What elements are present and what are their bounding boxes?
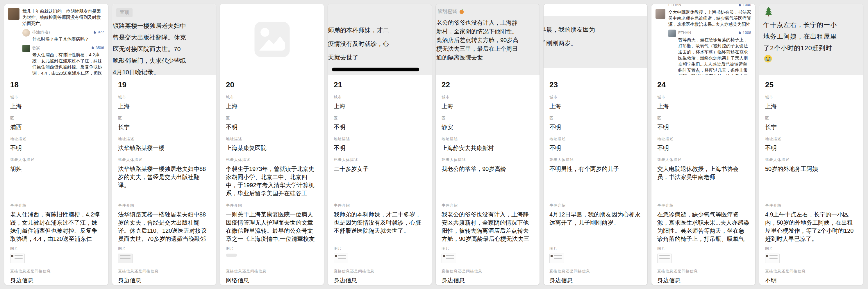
note-text: 早晨，我的朋友因为 子刚刚两岁。: [544, 23, 647, 50]
like-count[interactable]: 1008: [738, 30, 751, 36]
field-label: 事件介绍: [765, 203, 857, 208]
field-value-event: 在急诊病逝，缺少氧气等医疗资源，哀求医生求职未果...夫人亦感染为阳性。吴老师苦…: [657, 210, 749, 243]
field-value-district: 不明: [334, 123, 426, 131]
record-cover[interactable]: [220, 4, 324, 75]
comment-text: 老人住浦西，有陈旧性脑梗，4.2摔跤，女儿被封在浦东过不了江，妹妹们虽住浦西但也…: [32, 52, 104, 75]
field-label: 区: [10, 116, 102, 120]
record-number: 21: [334, 80, 426, 89]
field-label: 地址描述: [549, 137, 642, 141]
field-value-city: 上海: [10, 102, 102, 110]
comment-text: 什么时候？生了其他疾病吗？: [32, 36, 104, 42]
record-cover[interactable]: 置顶 镇路某楼一楼独居老夫妇中 曾是交大出版社翻译。休克 医无对接医院而去世。7…: [112, 4, 216, 75]
field-label: 城市: [334, 95, 426, 100]
field-label: 死者大体描述: [657, 157, 749, 162]
field-value-address: 法华镇路某楼一楼: [118, 144, 210, 152]
field-label: 区: [765, 116, 857, 120]
field-label: 直接信息还是间接信息: [549, 269, 642, 274]
attachment-thumbnail[interactable]: [765, 254, 780, 263]
attachment-thumbnail[interactable]: [118, 254, 132, 263]
field-label: 直接信息还是间接信息: [10, 269, 102, 274]
record-card-18[interactable]: 我几十年前就认识的一位胡姓朋友也是因为封控、核酸检测等原因没有得到及时救治而死亡…: [4, 4, 108, 285]
field-value-deceased: 李昶生于1973年，曾就读于北京史家胡同小学、北京二中、北京四中，于1992年考…: [226, 165, 318, 197]
field-label: 事件介绍: [334, 203, 426, 208]
record-number: 25: [765, 80, 857, 89]
field-value-district: 不明: [657, 123, 749, 131]
field-value-direct: 身边信息: [441, 276, 534, 284]
field-value-deceased: 我老公的爷爷，90岁高龄: [441, 165, 534, 197]
record-number: 23: [549, 80, 642, 89]
field-value-address: 上海静安去共康新村: [441, 144, 534, 152]
note-text: 师弟的本科师妹，才二 疫情没有及时就诊，心 天就去世了: [331, 23, 432, 64]
record-card-21[interactable]: 师弟的本科师妹，才二 疫情没有及时就诊，心 天就去世了 21 城市上海 区不明 …: [328, 4, 432, 285]
attachment-thumbnail[interactable]: [334, 254, 348, 263]
field-value-event: 我老公的爷爷也没有计入，上海静安区共康新村，全家阴的情况下他阳性，被转去隔离酒店…: [441, 210, 534, 243]
field-value-address: 不明: [765, 144, 857, 152]
field-label: 地址描述: [441, 137, 534, 141]
field-value-deceased: 不明男性，有个两岁的儿子: [549, 165, 642, 197]
field-value-event: 4.9上午十点左右，长宁的一小区内，50岁的外地务工阿姨，在出租屋里心梗发作，等…: [765, 210, 857, 243]
like-count[interactable]: 3506: [90, 45, 104, 51]
record-card-24[interactable]: ETHAN 1040 交大电院退休教授，上海书协会员，书法家吴中南老师在急诊病逝…: [651, 4, 755, 285]
redaction-bar: [332, 68, 419, 71]
commenter-name: 柿油(作者): [32, 29, 50, 35]
field-label: 城市: [118, 95, 210, 100]
field-value-city: 上海: [549, 102, 642, 110]
field-value-address: 不明: [10, 144, 102, 152]
field-label: 区: [441, 116, 534, 120]
attachment-thumbnail[interactable]: [10, 254, 25, 263]
username: 鼠甜橙酱: [436, 8, 539, 15]
field-label: 直接信息还是间接信息: [765, 269, 857, 274]
record-number: 19: [118, 80, 210, 89]
field-label: 城市: [765, 95, 857, 100]
record-cover[interactable]: 师弟的本科师妹，才二 疫情没有及时就诊，心 天就去世了: [328, 4, 432, 75]
field-label: 地址描述: [226, 137, 318, 141]
record-card-23[interactable]: 早晨，我的朋友因为 子刚刚两岁。 23 城市上海 区不明 地址描述不明 死者大体…: [543, 4, 648, 285]
field-value-direct: 不明: [765, 276, 857, 284]
attachment-thumbnail[interactable]: [441, 254, 456, 263]
field-label: 图片: [226, 246, 318, 251]
commenter-name: ETHAN: [678, 30, 691, 36]
record-cover[interactable]: 午十点左右，长宁的一小 地务工阿姨，在出租屋里 了2个小时的120赶到时: [759, 4, 863, 75]
record-cover[interactable]: 早晨，我的朋友因为 子刚刚两岁。: [544, 4, 647, 75]
record-card-20[interactable]: 20 城市上海 区不明 地址描述上海某康复医院 死者大体描述李昶生于1973年，…: [220, 4, 324, 285]
like-count[interactable]: 1040: [738, 4, 751, 8]
thumbs-up-icon: [738, 31, 742, 35]
card-gallery: 我几十年前就认识的一位胡姓朋友也是因为封控、核酸检测等原因没有得到及时救治而死亡…: [0, 0, 868, 289]
attachment-thumbnail[interactable]: [657, 254, 672, 263]
field-label: 死者大体描述: [549, 157, 642, 162]
record-cover[interactable]: ETHAN 1040 交大电院退休教授，上海书协会员，书法家吴中南老师在急诊病逝…: [651, 4, 755, 75]
field-value-deceased: 交大电院退休教授，上海书协会员，书法家吴中南老师: [657, 165, 749, 197]
field-label: 区: [334, 116, 426, 120]
like-count[interactable]: 977: [92, 29, 104, 35]
field-label: 事件介绍: [226, 203, 318, 208]
crying-face-emoji: [763, 54, 773, 63]
orange-emoji: [459, 9, 464, 14]
field-label: 事件介绍: [118, 203, 210, 208]
field-label: 城市: [10, 95, 102, 100]
record-cover[interactable]: 我几十年前就认识的一位胡姓朋友也是因为封控、核酸检测等原因没有得到及时救治而死亡…: [4, 4, 108, 75]
comment-text: 我几十年前就认识的一位胡姓朋友也是因为封控、核酸检测等原因没有得到及时救治而死亡…: [22, 8, 104, 26]
field-value-deceased: 法华镇路某楼一楼独居老夫妇中88岁的丈夫，曾经是交大出版社翻译。: [118, 165, 210, 197]
field-label: 图片: [10, 246, 102, 251]
field-label: 图片: [765, 246, 857, 251]
record-cover[interactable]: 鼠甜橙酱 老公的爷爷也没有计入，上海静 新村，全家阴的情况下他阳性。 离酒店后差…: [436, 4, 539, 75]
thumbs-up-icon: [90, 46, 94, 50]
field-label: 区: [549, 116, 642, 120]
attachment-thumbnail[interactable]: [226, 254, 237, 257]
record-number: 22: [441, 80, 534, 89]
field-label: 死者大体描述: [765, 157, 857, 162]
record-card-25[interactable]: 午十点左右，长宁的一小 地务工阿姨，在出租屋里 了2个小时的120赶到时 25 …: [759, 4, 863, 285]
record-card-19[interactable]: 置顶 镇路某楼一楼独居老夫妇中 曾是交大出版社翻译。休克 医无对接医院而去世。7…: [112, 4, 216, 285]
field-value-deceased: 二十多岁女子: [334, 165, 426, 197]
field-label: 图片: [441, 246, 534, 251]
field-value-event: 一则关于上海某康复医院一位病人因疫情管理无人护理而去世的文章在微信群里流转。最早…: [226, 210, 318, 243]
field-label: 区: [657, 116, 749, 120]
avatar: [22, 29, 30, 37]
avatar: [22, 45, 30, 52]
avatar: [655, 9, 665, 19]
record-card-22[interactable]: 鼠甜橙酱 老公的爷爷也没有计入，上海静 新村，全家阴的情况下他阳性。 离酒店后差…: [435, 4, 540, 285]
field-value-event: 老人住浦西，有陈旧性脑梗，4.2摔跤，女儿被封在浦东过不了江，妹妹们虽住浦西但也…: [10, 210, 102, 243]
field-label: 图片: [334, 246, 426, 251]
field-value-district: 长宁: [765, 123, 857, 131]
attachment-thumbnail[interactable]: [549, 254, 564, 263]
